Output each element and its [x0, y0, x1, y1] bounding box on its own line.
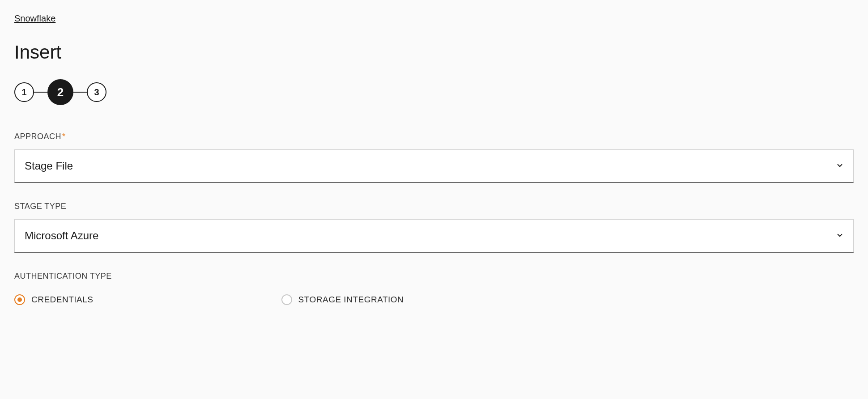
authentication-type-radio-group: CREDENTIALS STORAGE INTEGRATION — [14, 294, 854, 305]
step-2[interactable]: 2 — [47, 79, 73, 105]
stage-type-select-wrapper: Microsoft Azure — [14, 219, 854, 253]
step-1[interactable]: 1 — [14, 82, 34, 102]
radio-option-credentials[interactable]: CREDENTIALS — [14, 294, 94, 305]
stepper: 1 2 3 — [14, 79, 854, 105]
approach-select-wrapper: Stage File — [14, 149, 854, 183]
step-connector — [34, 92, 47, 93]
stage-type-select[interactable]: Microsoft Azure — [14, 219, 854, 253]
approach-field-group: APPROACH* Stage File — [14, 132, 854, 183]
page-title: Insert — [14, 42, 854, 63]
radio-dot-icon — [17, 297, 22, 302]
radio-label-credentials: CREDENTIALS — [31, 295, 94, 305]
step-3[interactable]: 3 — [87, 82, 106, 102]
authentication-type-field-group: AUTHENTICATION TYPE CREDENTIALS STORAGE … — [14, 272, 854, 305]
stage-type-field-group: STAGE TYPE Microsoft Azure — [14, 202, 854, 253]
stage-type-label-text: STAGE TYPE — [14, 202, 66, 211]
breadcrumb-link[interactable]: Snowflake — [14, 13, 55, 24]
authentication-type-label-text: AUTHENTICATION TYPE — [14, 272, 112, 280]
authentication-type-label: AUTHENTICATION TYPE — [14, 272, 854, 281]
radio-circle-icon — [281, 294, 292, 305]
approach-select[interactable]: Stage File — [14, 149, 854, 183]
radio-option-storage-integration[interactable]: STORAGE INTEGRATION — [281, 294, 404, 305]
approach-label-text: APPROACH — [14, 132, 61, 141]
required-indicator: * — [62, 132, 66, 141]
step-connector — [73, 92, 87, 93]
stage-type-label: STAGE TYPE — [14, 202, 854, 211]
radio-label-storage-integration: STORAGE INTEGRATION — [298, 295, 404, 305]
radio-circle-icon — [14, 294, 25, 305]
approach-label: APPROACH* — [14, 132, 854, 141]
